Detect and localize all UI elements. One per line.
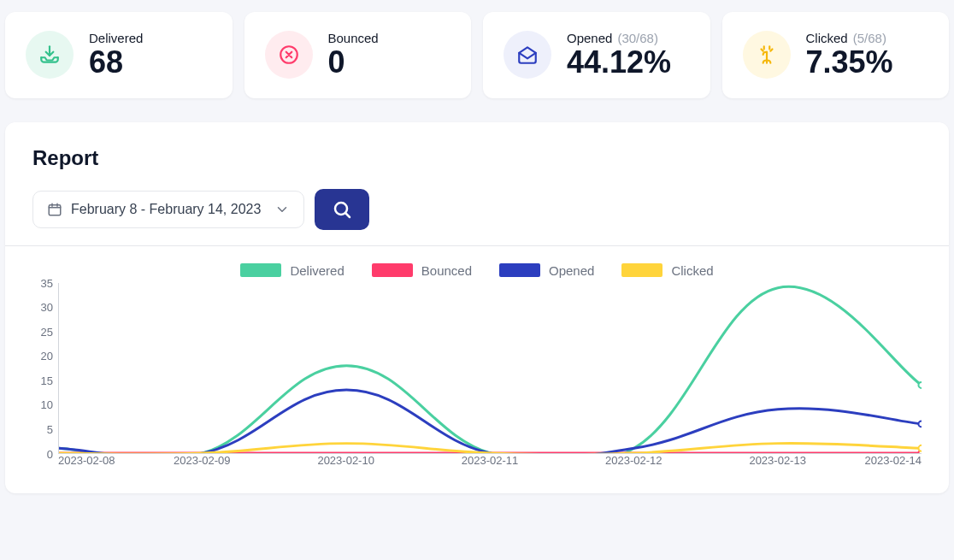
stat-value: 44.12%: [567, 45, 671, 80]
stat-clicked: Clicked (5/68) 7.35%: [722, 12, 950, 98]
mail-open-icon: [504, 31, 551, 79]
stat-label: Clicked: [806, 31, 848, 45]
legend-swatch: [372, 263, 413, 277]
stat-label: Delivered: [89, 31, 143, 45]
svg-rect-1: [49, 204, 61, 215]
calendar-icon: [47, 202, 62, 217]
stats-row: Delivered 68 Bounced 0 Opened (30/68) 44…: [0, 0, 954, 110]
chart-y-axis: 05101520253035: [32, 283, 56, 454]
svg-point-4: [918, 382, 922, 388]
legend-item[interactable]: Opened: [499, 263, 594, 278]
chart-plot: [58, 283, 922, 454]
pointer-click-icon: [743, 31, 791, 79]
stat-bounced: Bounced 0: [244, 12, 472, 98]
legend-item[interactable]: Clicked: [621, 263, 713, 278]
svg-point-7: [918, 445, 922, 451]
legend-swatch: [240, 263, 281, 277]
chart-x-axis: 2023-02-082023-02-092023-02-102023-02-11…: [58, 454, 922, 471]
x-circle-icon: [265, 31, 313, 79]
legend-label: Delivered: [290, 263, 344, 278]
search-icon: [332, 199, 352, 220]
stat-sub: (30/68): [617, 31, 658, 45]
stat-label: Bounced: [328, 31, 379, 45]
stat-sub: (5/68): [853, 31, 886, 45]
stat-value: 68: [89, 45, 143, 80]
legend-label: Bounced: [421, 263, 472, 278]
date-range-picker[interactable]: February 8 - February 14, 2023: [32, 191, 304, 228]
svg-point-6: [918, 421, 922, 427]
search-button[interactable]: [315, 189, 369, 230]
inbox-download-icon: [26, 31, 74, 79]
report-card: Report February 8 - February 14, 2023 De…: [5, 122, 949, 493]
legend-label: Clicked: [671, 263, 713, 278]
stat-value: 7.35%: [806, 45, 893, 80]
chart: DeliveredBouncedOpenedClicked 0510152025…: [32, 246, 922, 473]
legend-item[interactable]: Delivered: [240, 263, 344, 278]
svg-line-3: [346, 213, 350, 217]
stat-delivered: Delivered 68: [5, 12, 233, 98]
stat-label: Opened: [567, 31, 612, 45]
stat-opened: Opened (30/68) 44.12%: [483, 12, 710, 98]
legend-swatch: [499, 263, 540, 277]
legend-label: Opened: [549, 263, 594, 278]
report-title: Report: [32, 146, 922, 170]
stat-value: 0: [328, 45, 379, 80]
date-range-text: February 8 - February 14, 2023: [71, 202, 261, 217]
legend-swatch: [621, 263, 662, 277]
chart-legend: DeliveredBouncedOpenedClicked: [32, 263, 922, 278]
legend-item[interactable]: Bounced: [372, 263, 472, 278]
chevron-down-icon: [274, 202, 290, 217]
